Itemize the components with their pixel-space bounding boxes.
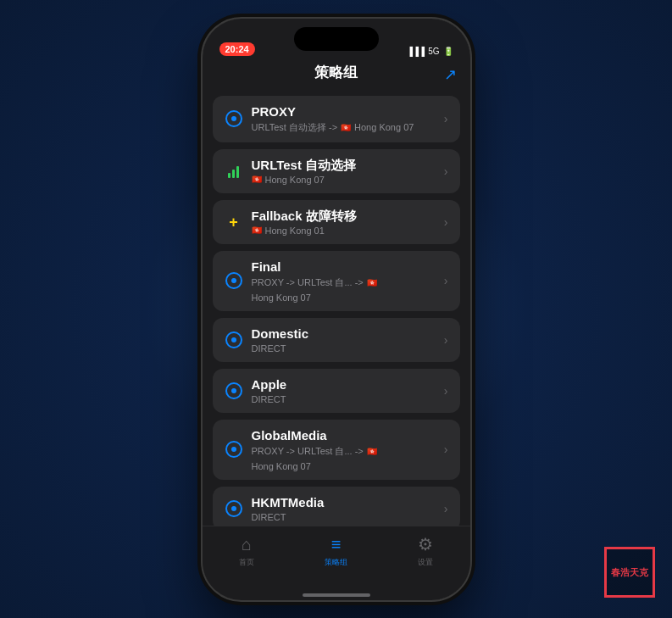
list-item[interactable]: HKMTMedia DIRECT › [213, 487, 460, 526]
chevron-icon: › [444, 274, 448, 287]
item-subtitle: DIRECT [252, 394, 436, 404]
chevron-icon: › [444, 164, 448, 178]
strategy-label: 策略组 [325, 557, 347, 568]
list-item[interactable]: Final PROXY -> URLTest 自... -> 🇭🇰 Hong K… [213, 251, 460, 311]
nav-item-settings[interactable]: ⚙ 设置 [380, 534, 469, 568]
chevron-icon: › [444, 502, 448, 515]
page-title: 策略组 [314, 64, 358, 81]
item-title: Domestic [252, 326, 436, 342]
list-item[interactable]: PROXY URLTest 自动选择 -> 🇭🇰 Hong Kong 07 › [213, 96, 460, 142]
list-item[interactable]: Domestic DIRECT › [213, 318, 460, 362]
item-icon [225, 162, 243, 181]
item-icon: + [225, 213, 243, 231]
item-title: Final [252, 259, 436, 275]
status-time: 20:24 [219, 42, 255, 56]
item-subtitle: DIRECT [252, 343, 436, 354]
chevron-icon: › [444, 443, 448, 456]
item-content: HKMTMedia DIRECT [252, 495, 436, 522]
settings-label: 设置 [418, 557, 433, 568]
nav-item-home[interactable]: ⌂ 首页 [203, 535, 292, 568]
network-type: 5G [428, 47, 439, 56]
chevron-icon: › [444, 333, 448, 347]
item-content: URLTest 自动选择 🇭🇰 Hong Kong 07 [252, 158, 436, 185]
status-icons: ▐▐▐ 5G 🔋 [407, 47, 453, 56]
home-label: 首页 [239, 557, 254, 568]
item-subtitle: 🇭🇰 Hong Kong 07 [252, 175, 436, 185]
settings-icon: ⚙ [418, 534, 433, 554]
signal-icon: ▐▐▐ [407, 47, 425, 56]
item-title: HKMTMedia [252, 495, 436, 510]
strategy-icon: ≡ [331, 535, 342, 554]
item-icon [225, 331, 243, 349]
item-subtitle: PROXY -> URLTest 自... -> 🇭🇰 Hong Kong 07 [252, 445, 436, 471]
chevron-icon: › [444, 384, 448, 398]
item-icon [225, 271, 243, 290]
item-subtitle: 🇭🇰 Hong Kong 01 [252, 225, 436, 236]
dynamic-island [294, 27, 379, 51]
item-subtitle: URLTest 自动选择 -> 🇭🇰 Hong Kong 07 [252, 121, 436, 134]
item-title: Fallback 故障转移 [252, 209, 436, 224]
item-title: URLTest 自动选择 [252, 158, 436, 173]
item-title: GlobalMedia [252, 428, 436, 443]
home-icon: ⌂ [242, 535, 252, 554]
chevron-icon: › [444, 215, 448, 229]
list-item[interactable]: Apple DIRECT › [213, 369, 460, 413]
item-title: Apple [252, 377, 436, 393]
item-title: PROXY [252, 104, 436, 120]
list-item[interactable]: GlobalMedia PROXY -> URLTest 自... -> 🇭🇰 … [213, 420, 460, 480]
phone-frame: 20:24 ▐▐▐ 5G 🔋 策略组 ↗ PROXY URLTest 自动选择 … [201, 17, 472, 602]
item-icon [225, 499, 243, 518]
item-content: GlobalMedia PROXY -> URLTest 自... -> 🇭🇰 … [252, 428, 436, 471]
item-content: PROXY URLTest 自动选择 -> 🇭🇰 Hong Kong 07 [252, 104, 436, 134]
list-container[interactable]: PROXY URLTest 自动选择 -> 🇭🇰 Hong Kong 07 › … [203, 89, 470, 526]
screen: 20:24 ▐▐▐ 5G 🔋 策略组 ↗ PROXY URLTest 自动选择 … [203, 19, 470, 600]
item-subtitle: PROXY -> URLTest 自... -> 🇭🇰 Hong Kong 07 [252, 276, 436, 303]
nav-item-strategy[interactable]: ≡ 策略组 [292, 535, 380, 568]
item-icon [225, 440, 243, 459]
item-icon [225, 381, 243, 400]
chevron-icon: › [444, 112, 448, 125]
battery-icon: 🔋 [443, 47, 453, 56]
home-indicator [303, 593, 370, 597]
item-content: Apple DIRECT [252, 377, 436, 404]
item-content: Final PROXY -> URLTest 自... -> 🇭🇰 Hong K… [252, 259, 436, 303]
item-icon [225, 109, 243, 128]
item-subtitle: DIRECT [252, 512, 436, 522]
list-item[interactable]: URLTest 自动选择 🇭🇰 Hong Kong 07 › [213, 149, 460, 193]
item-content: Fallback 故障转移 🇭🇰 Hong Kong 01 [252, 209, 436, 236]
action-icon[interactable]: ↗ [444, 65, 457, 84]
item-content: Domestic DIRECT [252, 326, 436, 354]
bottom-nav: ⌂ 首页 ≡ 策略组 ⚙ 设置 [203, 526, 470, 590]
stamp: 春浩天克 [604, 547, 655, 598]
list-item[interactable]: + Fallback 故障转移 🇭🇰 Hong Kong 01 › [213, 200, 460, 244]
